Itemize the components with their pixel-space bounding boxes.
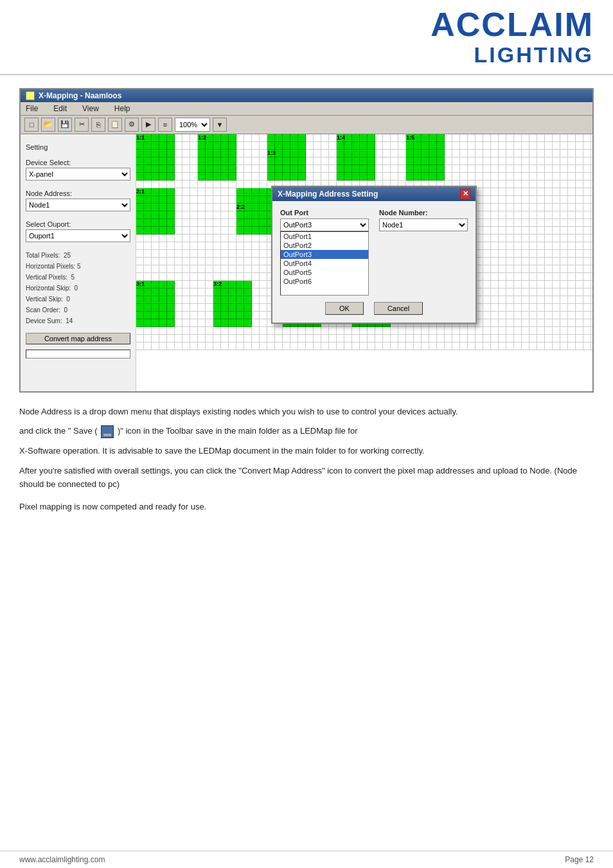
listbox-item-outport2[interactable]: OutPort2 (281, 241, 368, 250)
pixel-cell (391, 173, 398, 181)
pixel-cell (568, 319, 576, 327)
pixel-cell (182, 250, 190, 258)
pixel-cell (152, 150, 159, 157)
pixel-cell (460, 150, 468, 157)
pixel-cell (560, 312, 568, 319)
pixel-cell (406, 142, 414, 150)
pixel-cell (560, 288, 568, 296)
pixel-cell (499, 281, 506, 288)
pixel-cell (514, 227, 522, 235)
menu-file[interactable]: File (23, 103, 40, 114)
toolbar-open[interactable]: 📂 (41, 118, 55, 132)
pixel-cell (506, 281, 514, 288)
pixel-cell (545, 227, 553, 235)
pixel-cell (136, 227, 144, 235)
listbox-item-outport6[interactable]: OutPort6 (281, 277, 368, 286)
pixel-cell (206, 319, 213, 327)
pixel-cell (537, 211, 545, 219)
pixel-cell (236, 165, 244, 173)
pixel-cell (583, 134, 591, 142)
pixel-cell (537, 258, 545, 265)
device-select[interactable]: X-panel (26, 168, 130, 181)
pixel-cell (506, 258, 514, 265)
pixel-cell (522, 165, 529, 173)
pixel-cell (499, 296, 506, 304)
pixel-cell (560, 150, 568, 157)
pixel-cell (136, 335, 144, 342)
pixel-cell (391, 142, 398, 150)
out-port-listbox[interactable]: OutPort1 OutPort2 OutPort3 OutPort4 OutP… (280, 231, 369, 296)
output-select[interactable]: Ouport1 (26, 229, 130, 242)
pixel-cell (583, 211, 591, 219)
pixel-cell (206, 142, 213, 150)
pixel-cell (368, 157, 375, 165)
menu-help[interactable]: Help (112, 103, 133, 114)
pixel-cell (260, 281, 267, 288)
pixel-cell (221, 173, 229, 181)
out-port-select[interactable]: OutPort3 OutPort1 OutPort2 OutPort4 OutP… (280, 218, 369, 231)
pixel-cell (475, 165, 483, 173)
ok-button[interactable]: OK (325, 302, 364, 315)
pixel-cell (483, 204, 491, 211)
pixel-cell (236, 296, 244, 304)
pixel-cell (314, 342, 321, 350)
toolbar-settings[interactable]: ⚙ (125, 118, 139, 132)
pixel-cell (553, 242, 560, 250)
pixel-cell (329, 157, 337, 165)
pixel-cell (175, 273, 182, 281)
pixel-cell (213, 258, 221, 265)
pixel-cell (560, 242, 568, 250)
zoom-select[interactable]: 100% 50% 75% 125% 150% (175, 118, 210, 132)
save-icon-inline (101, 425, 114, 438)
listbox-item-outport1[interactable]: OutPort1 (281, 232, 368, 241)
pixel-cell (198, 134, 206, 142)
node-number-select[interactable]: Node1 (379, 218, 468, 231)
toolbar-cut[interactable]: ✂ (75, 118, 89, 132)
pixel-cell (506, 211, 514, 219)
pixel-cell (529, 196, 537, 204)
toolbar-new[interactable]: □ (24, 118, 39, 132)
pixel-cell (167, 211, 175, 219)
toolbar-paste[interactable]: 📋 (108, 118, 122, 132)
menu-view[interactable]: View (80, 103, 102, 114)
convert-map-address-button[interactable]: Convert map address (26, 333, 130, 344)
pixel-cell (576, 258, 583, 265)
pixel-cell (244, 242, 252, 250)
pixel-cell (529, 157, 537, 165)
listbox-item-outport5[interactable]: OutPort5 (281, 268, 368, 277)
toolbar-save[interactable]: 💾 (58, 118, 72, 132)
pixel-cell (537, 281, 545, 288)
dialog-close-button[interactable]: ✕ (460, 189, 470, 199)
pixel-cell (306, 142, 314, 150)
pixel-cell (491, 165, 499, 173)
pixel-cell (206, 181, 213, 188)
pixel-cell (583, 265, 591, 273)
pixel-cell (468, 134, 475, 142)
node-address-select[interactable]: Node1 (26, 199, 130, 211)
pixel-cell (167, 250, 175, 258)
pixel-cell (422, 134, 429, 142)
footer: www.acclaimlighting.com Page 12 (0, 851, 613, 868)
toolbar-zoom-arrow[interactable]: ▼ (213, 118, 227, 132)
pixel-cell (306, 173, 314, 181)
pixel-cell (175, 142, 182, 150)
menu-edit[interactable]: Edit (51, 103, 69, 114)
pixel-cell (383, 142, 391, 150)
pixel-cell (583, 242, 591, 250)
pixel-cell (514, 219, 522, 227)
pixel-cell (144, 188, 152, 196)
listbox-item-outport4[interactable]: OutPort4 (281, 259, 368, 268)
toolbar-copy[interactable]: ⎘ (91, 118, 105, 132)
cancel-button[interactable]: Cancel (374, 302, 423, 315)
pixel-cell (198, 250, 206, 258)
para4: After you're satisfied with overall sett… (19, 465, 594, 492)
listbox-item-outport3[interactable]: OutPort3 (281, 250, 368, 259)
pixel-cell (583, 204, 591, 211)
toolbar-lines[interactable]: ≡ (158, 118, 172, 132)
pixel-cell (560, 304, 568, 312)
pixel-cell (167, 288, 175, 296)
pixel-cell (560, 204, 568, 211)
toolbar-arrow[interactable]: ▶ (141, 118, 155, 132)
pixel-cell (314, 335, 321, 342)
pixel-cell (213, 188, 221, 196)
